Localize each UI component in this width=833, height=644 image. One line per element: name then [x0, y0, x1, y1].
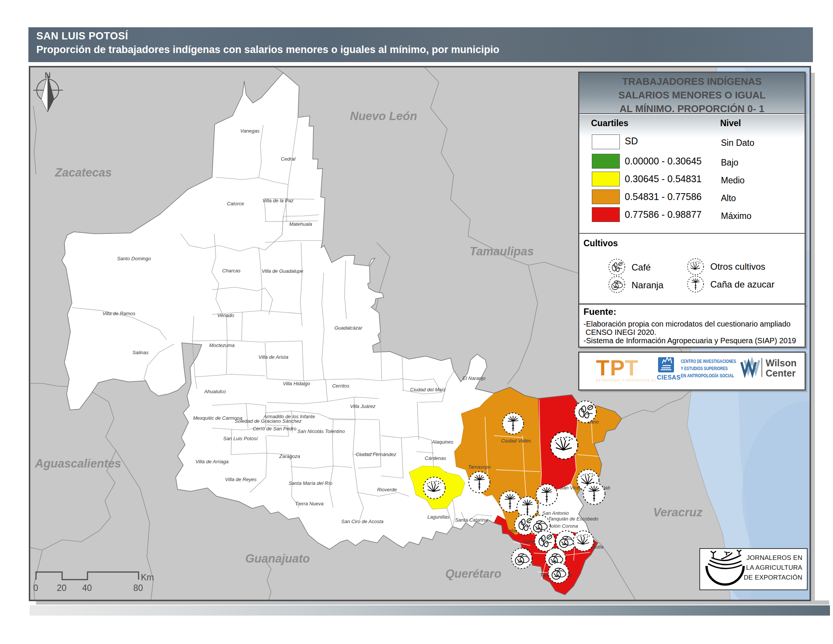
svg-text:Villa de Guadalupe: Villa de Guadalupe [262, 268, 303, 274]
svg-text:Villa Hidalgo: Villa Hidalgo [283, 381, 310, 386]
svg-text:T: T [625, 355, 638, 380]
svg-text:San Luis Potosí: San Luis Potosí [223, 436, 258, 441]
svg-text:Santa María del Río: Santa María del Río [288, 480, 333, 486]
svg-text:LA AGRICULTURA: LA AGRICULTURA [746, 564, 803, 571]
svg-text:Villa de la Paz: Villa de la Paz [262, 198, 294, 203]
svg-text:Cerro de San Pedro: Cerro de San Pedro [252, 426, 296, 431]
svg-text:Guadalcázar: Guadalcázar [334, 325, 362, 331]
svg-text:Ciudad Valles: Ciudad Valles [501, 438, 531, 444]
svg-text:Café: Café [632, 262, 651, 272]
svg-text:Salinas: Salinas [132, 349, 149, 355]
svg-text:JORNALEROS EN: JORNALEROS EN [747, 554, 803, 562]
svg-text:El Naranjo: El Naranjo [463, 375, 486, 381]
svg-text:DE EXPORTACIÓN: DE EXPORTACIÓN [744, 574, 802, 581]
svg-text:ESTRATEGIA Y PROYECTOS SC: ESTRATEGIA Y PROYECTOS SC [596, 378, 656, 382]
svg-text:40: 40 [82, 583, 92, 593]
svg-text:Vanegas: Vanegas [240, 128, 260, 134]
svg-text:Veracruz: Veracruz [653, 506, 703, 519]
svg-text:Venado: Venado [217, 312, 234, 318]
svg-text:Zaragoza: Zaragoza [279, 454, 300, 459]
svg-text:Cárdenas: Cárdenas [425, 456, 446, 461]
svg-text:Alaquines: Alaquines [431, 439, 453, 445]
svg-text:Ciudad del Maíz: Ciudad del Maíz [410, 387, 445, 393]
svg-text:Ciudad Fernández: Ciudad Fernández [356, 452, 396, 457]
svg-text:T: T [596, 355, 610, 380]
svg-text:Rioverde: Rioverde [377, 487, 397, 493]
svg-text:Cedral: Cedral [281, 156, 296, 162]
svg-text:Matehuala: Matehuala [289, 221, 312, 227]
svg-text:Villa de Ramos: Villa de Ramos [102, 311, 135, 316]
svg-text:Tamaulipas: Tamaulipas [470, 245, 534, 258]
svg-text:Santa Catarina: Santa Catarina [455, 517, 488, 523]
svg-text:Lagunillas: Lagunillas [428, 514, 450, 520]
svg-text:Ahualulco: Ahualulco [204, 389, 226, 394]
svg-text:0: 0 [33, 583, 38, 593]
svg-text:Catorce: Catorce [227, 201, 244, 206]
svg-text:Querétaro: Querétaro [445, 567, 501, 580]
svg-text:Santo Domingo: Santo Domingo [117, 256, 151, 261]
svg-text:Cerritos: Cerritos [332, 383, 349, 389]
svg-text:San Nicolás Tolentino: San Nicolás Tolentino [297, 428, 344, 434]
svg-text:Aguascalientes: Aguascalientes [34, 457, 121, 470]
svg-text:Villa Juárez: Villa Juárez [350, 403, 376, 409]
svg-text:Tanquián de Escobedo: Tanquián de Escobedo [548, 516, 599, 522]
svg-text:Guanajuato: Guanajuato [245, 552, 310, 565]
svg-text:Caña de azucar: Caña de azucar [710, 279, 774, 290]
svg-text:San Ciro de Acosta: San Ciro de Acosta [341, 518, 384, 524]
svg-text:Naranja: Naranja [632, 280, 664, 290]
svg-text:Tamasopo: Tamasopo [468, 464, 491, 470]
svg-text:Zacatecas: Zacatecas [55, 166, 112, 179]
svg-text:Villa de Arriaga: Villa de Arriaga [195, 459, 228, 464]
svg-text:20: 20 [57, 583, 67, 593]
svg-text:Center: Center [765, 368, 796, 378]
svg-text:Y ESTUDIOS SUPERIORES: Y ESTUDIOS SUPERIORES [681, 365, 728, 371]
svg-text:N: N [45, 71, 51, 80]
svg-text:San Antonio: San Antonio [542, 510, 569, 516]
svg-text:Villa de Arista: Villa de Arista [259, 354, 288, 360]
svg-text:EN ANTROPOLOGÍA SOCIAL: EN ANTROPOLOGÍA SOCIAL [681, 373, 734, 378]
svg-text:P: P [610, 355, 626, 380]
svg-text:Soledad de Graciano Sánchez: Soledad de Graciano Sánchez [235, 418, 302, 424]
svg-text:CENTRO DE INVESTIGACIONES: CENTRO DE INVESTIGACIONES [681, 358, 736, 364]
svg-text:Otros cultivos: Otros cultivos [710, 261, 765, 272]
svg-text:Charcas: Charcas [222, 268, 241, 274]
svg-text:Tierra Nueva: Tierra Nueva [295, 501, 323, 507]
svg-text:CIESAS: CIESAS [657, 374, 681, 381]
svg-text:80: 80 [133, 583, 143, 593]
svg-text:Km: Km [141, 572, 154, 582]
svg-text:Villa de Reyes: Villa de Reyes [225, 477, 257, 482]
svg-text:Moctezuma: Moctezuma [209, 343, 234, 348]
svg-text:Wilson: Wilson [765, 357, 797, 368]
svg-text:Nuevo León: Nuevo León [350, 109, 417, 123]
